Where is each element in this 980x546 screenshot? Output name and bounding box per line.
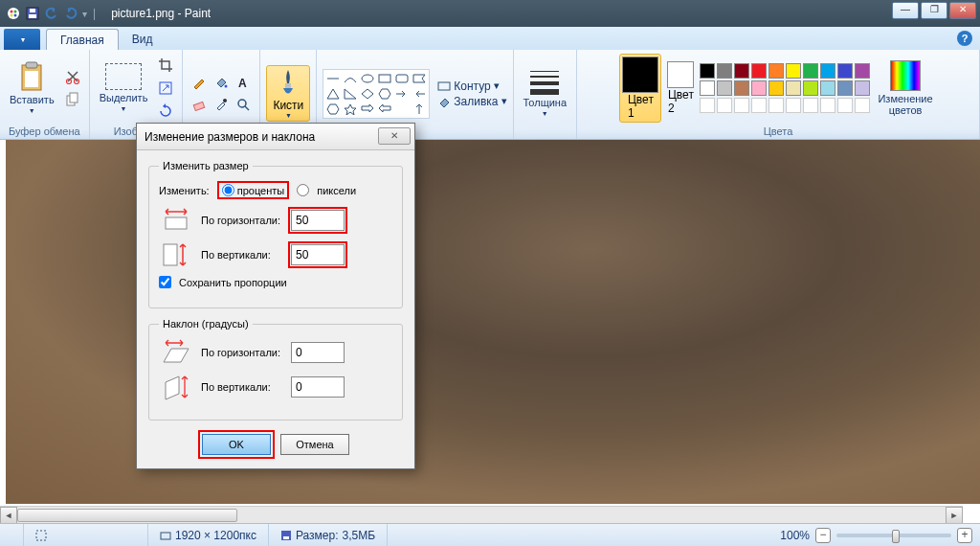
- close-button[interactable]: ✕: [949, 2, 976, 19]
- image-dims-cell: 1920 × 1200пкс: [148, 524, 269, 546]
- ribbon-tab-strip: Главная Вид ?: [0, 27, 980, 50]
- palette-empty[interactable]: [717, 98, 732, 113]
- cursor-pos-icon: [0, 524, 24, 546]
- resize-icon[interactable]: [155, 78, 176, 99]
- palette-color[interactable]: [717, 80, 732, 96]
- clipboard-icon: [16, 61, 47, 92]
- palette-empty[interactable]: [837, 98, 853, 113]
- palette-color[interactable]: [855, 80, 870, 96]
- zoom-slider[interactable]: [836, 534, 951, 537]
- svg-rect-23: [379, 75, 390, 82]
- text-icon[interactable]: A: [233, 72, 254, 93]
- keep-ratio-checkbox[interactable]: [159, 276, 171, 288]
- svg-rect-31: [164, 244, 177, 265]
- dialog-close-button[interactable]: ✕: [378, 127, 411, 145]
- palette-color[interactable]: [751, 80, 767, 96]
- file-menu-button[interactable]: [4, 29, 40, 50]
- shape-fill-button[interactable]: Заливка ▾: [437, 95, 506, 108]
- resize-vertical-input[interactable]: [291, 244, 345, 265]
- palette-color[interactable]: [700, 63, 715, 79]
- svg-rect-14: [70, 93, 78, 102]
- zoom-out-button[interactable]: −: [815, 528, 831, 543]
- palette-color[interactable]: [803, 63, 818, 79]
- zoom-in-button[interactable]: +: [957, 528, 972, 543]
- svg-rect-18: [194, 102, 205, 110]
- cut-icon[interactable]: [62, 66, 83, 87]
- edit-colors-button[interactable]: Изменение цветов: [874, 58, 936, 118]
- paste-button[interactable]: Вставить ▼: [6, 59, 58, 116]
- rotate-icon[interactable]: [155, 101, 176, 122]
- palette-color[interactable]: [734, 80, 749, 96]
- palette-empty[interactable]: [734, 98, 749, 113]
- palette-empty[interactable]: [803, 98, 818, 113]
- percent-radio[interactable]: [222, 184, 234, 196]
- palette-empty[interactable]: [768, 98, 784, 113]
- crop-icon[interactable]: [155, 55, 176, 76]
- skew-horizontal-input[interactable]: [291, 342, 345, 363]
- eraser-icon[interactable]: [189, 94, 210, 115]
- svg-rect-6: [29, 14, 36, 18]
- skew-fieldset: Наклон (градусы) По горизонтали: По верт…: [148, 318, 403, 421]
- scroll-right-arrow[interactable]: ►: [946, 507, 963, 523]
- thickness-button[interactable]: Толщина ▼: [520, 69, 571, 119]
- tab-view[interactable]: Вид: [119, 29, 167, 50]
- minimize-button[interactable]: —: [892, 2, 919, 19]
- scroll-left-arrow[interactable]: ◄: [0, 507, 17, 523]
- svg-point-0: [8, 8, 19, 19]
- palette-color[interactable]: [820, 80, 835, 96]
- palette-color[interactable]: [855, 63, 870, 79]
- resize-horizontal-icon: [159, 207, 193, 234]
- palette-color[interactable]: [751, 63, 767, 79]
- skew-horizontal-icon: [159, 339, 193, 366]
- palette-empty[interactable]: [820, 98, 835, 113]
- picker-icon[interactable]: [211, 94, 232, 115]
- pixels-radio[interactable]: [297, 184, 309, 196]
- svg-point-16: [225, 85, 228, 88]
- color1-button[interactable]: Цвет 1: [619, 54, 661, 123]
- palette-color[interactable]: [768, 63, 784, 79]
- title-bar: ▾ | picture1.png - Paint — ❐ ✕: [0, 0, 980, 27]
- undo-icon[interactable]: [44, 6, 59, 21]
- palette-empty[interactable]: [751, 98, 767, 113]
- maximize-button[interactable]: ❐: [921, 2, 947, 19]
- palette-color[interactable]: [837, 63, 853, 79]
- redo-icon[interactable]: [63, 6, 78, 21]
- palette-empty[interactable]: [700, 98, 715, 113]
- palette-color[interactable]: [700, 80, 715, 96]
- palette-color[interactable]: [786, 80, 801, 96]
- horizontal-scrollbar[interactable]: ◄ ►: [0, 506, 963, 523]
- resize-horizontal-input[interactable]: [291, 210, 345, 231]
- color2-button[interactable]: Цвет 2: [665, 59, 696, 117]
- brushes-button[interactable]: Кисти ▼: [266, 65, 310, 122]
- select-button[interactable]: Выделить ▼: [96, 61, 152, 114]
- shapes-gallery[interactable]: [323, 69, 430, 119]
- svg-rect-29: [283, 536, 289, 539]
- help-icon[interactable]: ?: [957, 31, 972, 46]
- cancel-button[interactable]: Отмена: [280, 434, 349, 455]
- fill-icon[interactable]: [211, 72, 232, 93]
- palette-color[interactable]: [820, 63, 835, 79]
- palette-color[interactable]: [786, 63, 801, 79]
- svg-point-4: [11, 14, 13, 17]
- ok-button[interactable]: OK: [202, 434, 271, 455]
- copy-icon[interactable]: [62, 89, 83, 110]
- scroll-thumb[interactable]: [17, 509, 237, 522]
- skew-vertical-input[interactable]: [291, 376, 345, 398]
- palette-color[interactable]: [717, 63, 732, 79]
- palette-color[interactable]: [803, 80, 818, 96]
- palette-color[interactable]: [837, 80, 853, 96]
- magnifier-icon[interactable]: [233, 94, 254, 115]
- color-palette[interactable]: [700, 63, 870, 113]
- tab-main[interactable]: Главная: [46, 29, 119, 50]
- pencil-icon[interactable]: [189, 72, 210, 93]
- palette-color[interactable]: [768, 80, 784, 96]
- shape-outline-button[interactable]: Контур ▾: [437, 80, 506, 93]
- palette-empty[interactable]: [855, 98, 870, 113]
- palette-color[interactable]: [734, 63, 749, 79]
- svg-point-19: [223, 99, 227, 102]
- brush-icon: [276, 68, 301, 99]
- svg-point-2: [14, 11, 17, 13]
- palette-empty[interactable]: [786, 98, 801, 113]
- dialog-title-bar[interactable]: Изменение размеров и наклона ✕: [137, 124, 414, 150]
- save-icon[interactable]: [25, 6, 40, 21]
